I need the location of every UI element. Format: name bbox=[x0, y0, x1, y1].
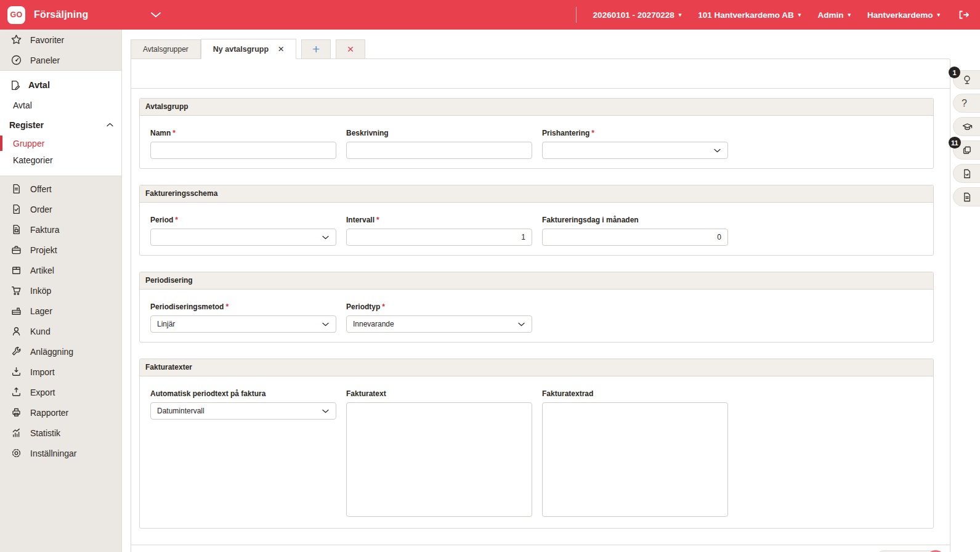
sidebar-item-offert[interactable]: Offert bbox=[0, 179, 121, 199]
tab-ny-avtalsgrupp[interactable]: Ny avtalsgrupp × bbox=[201, 39, 296, 59]
person-icon bbox=[10, 325, 22, 337]
top-bar-right: 20260101 - 20270228 ▾ 101 Hantverkardemo… bbox=[576, 7, 970, 23]
sidebar-item-artikel[interactable]: Artikel bbox=[0, 260, 121, 280]
sidebar-item-grupper[interactable]: Grupper bbox=[0, 135, 121, 152]
main-area: Avtalsgrupper Ny avtalsgrupp × + × Avtal… bbox=[122, 30, 980, 552]
sidebar-item-statistik[interactable]: Statistik bbox=[0, 423, 121, 443]
sidebar: Favoriter Paneler Avtal Avtal Register bbox=[0, 30, 122, 552]
sidebar-item-label: Avtal bbox=[28, 80, 50, 90]
panel-toolbar bbox=[131, 59, 950, 89]
sidebar-item-label: Grupper bbox=[13, 139, 44, 148]
field-label: Faktureringsdag i månaden bbox=[542, 216, 728, 224]
periodiseringsmetod-select[interactable]: Linjär bbox=[150, 315, 336, 333]
sidebar-item-label: Rapporter bbox=[30, 408, 68, 418]
document-sync-icon bbox=[962, 168, 973, 179]
logout-icon bbox=[957, 9, 970, 21]
new-tab-button[interactable]: + bbox=[301, 39, 331, 59]
periodtyp-select[interactable]: Innevarande bbox=[346, 315, 532, 333]
sidebar-item-faktura[interactable]: Faktura bbox=[0, 219, 121, 240]
sidebar-item-export[interactable]: Export bbox=[0, 382, 121, 402]
sidebar-group-register[interactable]: Register bbox=[0, 115, 121, 135]
company-selector[interactable]: 101 Hantverkardemo AB ▾ bbox=[698, 10, 801, 20]
field-label: Prishantering* bbox=[542, 129, 728, 137]
caret-down-icon: ▾ bbox=[679, 12, 682, 18]
warehouse-shelf-icon bbox=[10, 305, 22, 317]
automatisk-periodtext-select[interactable]: Datumintervall bbox=[150, 402, 336, 420]
documents-button[interactable]: 11 bbox=[953, 140, 980, 160]
sidebar-item-import[interactable]: Import bbox=[0, 362, 121, 382]
tab-close-icon[interactable]: × bbox=[278, 44, 284, 54]
notifications-badge: 1 bbox=[949, 67, 960, 78]
sidebar-item-label: Inköp bbox=[30, 286, 51, 296]
academy-button[interactable] bbox=[953, 117, 980, 136]
chevron-down-icon bbox=[150, 11, 162, 18]
user-menu-label: Hantverkardemo bbox=[867, 10, 933, 20]
sidebar-item-kategorier[interactable]: Kategorier bbox=[0, 152, 121, 168]
field-label: Beskrivning bbox=[346, 129, 532, 137]
period-select[interactable] bbox=[150, 229, 336, 246]
sidebar-item-inkop[interactable]: Inköp bbox=[0, 280, 121, 301]
section-body: Periodiseringsmetod* Linjär Periodtyp* I… bbox=[140, 290, 933, 342]
order-document-icon bbox=[10, 203, 22, 215]
module-switcher-button[interactable] bbox=[150, 11, 162, 18]
form-content: Avtalsgrupp Namn* Beskrivning Prishanter… bbox=[131, 89, 950, 529]
sidebar-item-label: Favoriter bbox=[30, 35, 64, 45]
select-value: Datumintervall bbox=[157, 407, 205, 415]
field-automatisk-periodtext: Automatisk periodtext på faktura Datumin… bbox=[150, 389, 336, 420]
intervall-input[interactable] bbox=[346, 229, 532, 246]
sidebar-item-installningar[interactable]: Inställningar bbox=[0, 443, 121, 463]
sidebar-item-label: Kund bbox=[30, 327, 51, 336]
sidebar-item-anlaggning[interactable]: Anläggning bbox=[0, 341, 121, 362]
app-logo-text: GO bbox=[10, 10, 22, 19]
sidebar-item-label: Statistik bbox=[30, 428, 60, 438]
admin-menu[interactable]: Admin ▾ bbox=[817, 10, 851, 20]
document-icon bbox=[962, 192, 973, 203]
notifications-button[interactable]: 1 bbox=[953, 70, 980, 89]
right-rail: 1 ? 11 bbox=[953, 70, 980, 211]
fakturatextrad-textarea[interactable] bbox=[542, 402, 728, 517]
section-title: Avtalsgrupp bbox=[140, 99, 933, 116]
prishantering-select[interactable] bbox=[542, 142, 728, 159]
help-button[interactable]: ? bbox=[953, 94, 980, 113]
sidebar-item-lager[interactable]: Lager bbox=[0, 301, 121, 321]
field-period: Period* bbox=[150, 216, 336, 246]
tab-avtalsgrupper[interactable]: Avtalsgrupper bbox=[131, 39, 201, 59]
logout-button[interactable] bbox=[957, 9, 970, 21]
faktureringsdag-input[interactable] bbox=[542, 229, 728, 246]
tab-bar: Avtalsgrupper Ny avtalsgrupp × + × bbox=[131, 39, 980, 59]
user-menu[interactable]: Hantverkardemo ▾ bbox=[867, 10, 940, 20]
document-notes-button[interactable] bbox=[953, 187, 980, 206]
sidebar-item-kund[interactable]: Kund bbox=[0, 321, 121, 341]
chevron-up-icon bbox=[106, 122, 114, 128]
sidebar-item-label: Import bbox=[30, 367, 55, 377]
select-value: Linjär bbox=[157, 320, 175, 328]
sidebar-item-rapporter[interactable]: Rapporter bbox=[0, 402, 121, 423]
sidebar-item-label: Offert bbox=[30, 184, 52, 194]
sidebar-item-projekt[interactable]: Projekt bbox=[0, 240, 121, 260]
period-selector[interactable]: 20260101 - 20270228 ▾ bbox=[593, 10, 682, 20]
sidebar-item-avtal[interactable]: Avtal bbox=[0, 95, 121, 115]
sidebar-item-order[interactable]: Order bbox=[0, 199, 121, 219]
sidebar-top-group: Favoriter Paneler bbox=[0, 30, 121, 70]
app-logo[interactable]: GO bbox=[7, 6, 25, 24]
sidebar-item-label: Kategorier bbox=[13, 155, 53, 165]
chevron-down-icon bbox=[517, 322, 525, 327]
sidebar-item-label: Export bbox=[30, 388, 55, 397]
contract-icon bbox=[9, 79, 21, 91]
beskrivning-input[interactable] bbox=[346, 142, 532, 159]
sidebar-item-paneler[interactable]: Paneler bbox=[0, 50, 121, 70]
section-title: Faktureringsschema bbox=[140, 185, 933, 203]
period-selector-label: 20260101 - 20270228 bbox=[593, 10, 674, 20]
sidebar-item-avtal-module[interactable]: Avtal bbox=[0, 75, 121, 95]
announcement-sign-icon bbox=[962, 75, 973, 86]
form-panel: Avtalsgrupp Namn* Beskrivning Prishanter… bbox=[131, 59, 950, 552]
sidebar-item-favoriter[interactable]: Favoriter bbox=[0, 30, 121, 50]
close-all-tabs-button[interactable]: × bbox=[336, 39, 365, 59]
namn-input[interactable] bbox=[150, 142, 336, 159]
document-action-button[interactable] bbox=[953, 164, 980, 183]
fakturatext-textarea[interactable] bbox=[346, 402, 532, 517]
gear-icon bbox=[10, 447, 22, 459]
briefcase-icon bbox=[10, 244, 22, 256]
help-icon: ? bbox=[962, 98, 967, 109]
chevron-down-icon bbox=[322, 322, 330, 327]
